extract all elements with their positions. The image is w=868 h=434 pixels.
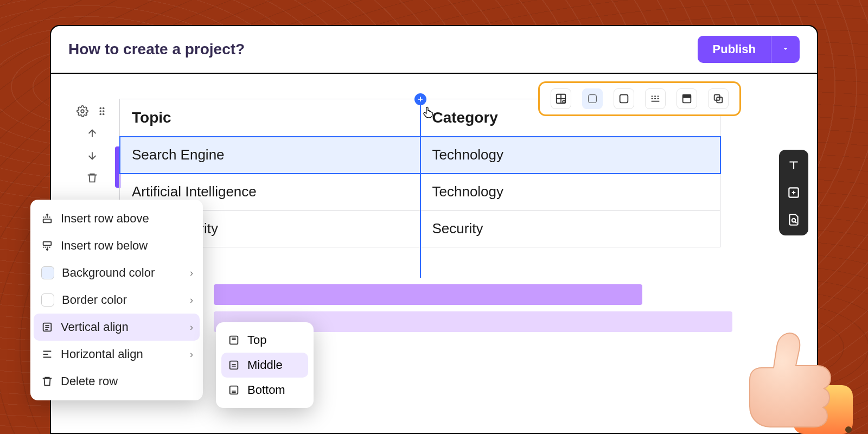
column-header[interactable]: Topic: [120, 99, 420, 137]
search-document-icon: [787, 213, 801, 227]
gear-icon: [76, 105, 88, 117]
publish-dropdown-button[interactable]: [771, 36, 800, 63]
chevron-right-icon: ›: [190, 322, 193, 333]
background-color-item[interactable]: Background color ›: [34, 259, 200, 286]
valign-middle-item[interactable]: Middle: [221, 353, 308, 378]
content-placeholder-bar: [214, 284, 642, 305]
header-row-icon: [681, 93, 693, 105]
insert-row-above-item[interactable]: Insert row above: [34, 205, 200, 232]
border-color-item[interactable]: Border color ›: [34, 286, 200, 314]
color-swatch-icon: [41, 266, 54, 279]
side-tool-rail: [779, 150, 808, 235]
svg-point-3: [99, 110, 101, 112]
move-row-down-button[interactable]: [84, 148, 100, 165]
color-swatch-icon: [41, 293, 54, 307]
align-bottom-icon: [228, 384, 240, 396]
menu-item-label: Delete row: [61, 374, 118, 388]
chevron-right-icon: ›: [190, 267, 193, 279]
column-resize-guide[interactable]: [420, 99, 421, 278]
row-context-menu: Insert row above Insert row below Backgr…: [30, 200, 203, 400]
valign-top-item[interactable]: Top: [221, 328, 308, 353]
page-title: How to create a project?: [68, 41, 245, 58]
horizontal-align-item[interactable]: Horizontal align ›: [34, 341, 200, 368]
arrow-down-icon: [86, 150, 98, 162]
valign-icon: [41, 321, 53, 333]
chevron-right-icon: ›: [190, 295, 193, 306]
table-cog-icon: [555, 93, 567, 105]
insert-row-below-icon: [41, 240, 53, 252]
chevron-right-icon: ›: [190, 349, 193, 360]
svg-rect-18: [43, 242, 52, 245]
svg-point-0: [81, 110, 84, 113]
table-cell[interactable]: Technology: [420, 137, 720, 174]
valign-bottom-item[interactable]: Bottom: [221, 378, 308, 403]
svg-point-1: [99, 107, 101, 110]
drag-handle-button[interactable]: [94, 103, 110, 121]
valign-submenu: Top Middle Bottom: [216, 322, 314, 408]
table-settings-button[interactable]: [74, 103, 91, 121]
plus-square-icon: [787, 186, 801, 200]
svg-point-6: [103, 113, 105, 116]
border-style-tool[interactable]: [645, 88, 666, 109]
border-color-tool[interactable]: [614, 88, 634, 109]
header-row-tool[interactable]: [676, 88, 697, 109]
menu-item-label: Border color: [62, 293, 127, 307]
trash-icon: [86, 172, 98, 184]
arrow-up-icon: [86, 127, 98, 139]
align-top-icon: [228, 334, 240, 346]
halign-icon: [41, 348, 53, 360]
svg-point-8: [563, 100, 565, 103]
table-format-toolbar: [538, 81, 741, 116]
svg-point-24: [845, 426, 852, 433]
titlebar: How to create a project? Publish: [51, 26, 817, 74]
publish-button-group: Publish: [698, 36, 800, 63]
table-cell[interactable]: Search Engine: [120, 137, 420, 174]
svg-point-4: [103, 110, 105, 112]
svg-rect-17: [43, 219, 52, 222]
svg-point-5: [99, 113, 101, 116]
insert-column-badge[interactable]: +: [414, 93, 426, 105]
border-style-icon: [649, 93, 661, 105]
text-icon: [787, 158, 801, 173]
menu-item-label: Vertical align: [61, 320, 129, 334]
copy-tool[interactable]: [708, 88, 729, 109]
align-middle-icon: [228, 359, 240, 371]
menu-item-label: Background color: [62, 266, 155, 280]
row-gutter: [78, 103, 106, 188]
square-outline-icon: [618, 93, 630, 105]
svg-rect-12: [683, 95, 691, 98]
menu-item-label: Insert row above: [61, 212, 149, 226]
caret-down-icon: [781, 44, 790, 53]
submenu-item-label: Middle: [247, 358, 283, 372]
trash-icon: [41, 375, 53, 387]
submenu-item-label: Top: [247, 333, 266, 347]
insert-row-above-icon: [41, 213, 53, 225]
table-cell[interactable]: Technology: [420, 174, 720, 210]
vertical-align-item[interactable]: Vertical align ›: [34, 314, 200, 341]
fill-square-icon: [586, 93, 598, 105]
move-row-up-button[interactable]: [84, 125, 100, 143]
delete-row-item[interactable]: Delete row: [34, 368, 200, 395]
menu-item-label: Insert row below: [61, 239, 148, 253]
svg-rect-10: [620, 95, 628, 103]
cell-bg-tool[interactable]: [582, 88, 603, 109]
svg-point-2: [103, 107, 105, 110]
text-tool-button[interactable]: [784, 156, 803, 175]
menu-item-label: Horizontal align: [61, 347, 143, 361]
insert-block-button[interactable]: [784, 183, 803, 202]
submenu-item-label: Bottom: [247, 383, 285, 397]
publish-button[interactable]: Publish: [698, 36, 771, 63]
table-cell[interactable]: Security: [420, 210, 720, 247]
insert-row-below-item[interactable]: Insert row below: [34, 232, 200, 259]
svg-rect-9: [589, 95, 597, 103]
copy-icon: [712, 93, 724, 105]
drag-handle-icon: [96, 105, 108, 117]
svg-point-16: [792, 219, 796, 222]
find-in-page-button[interactable]: [784, 210, 803, 229]
table-settings-tool[interactable]: [551, 88, 571, 109]
delete-row-gutter-button[interactable]: [84, 170, 100, 188]
